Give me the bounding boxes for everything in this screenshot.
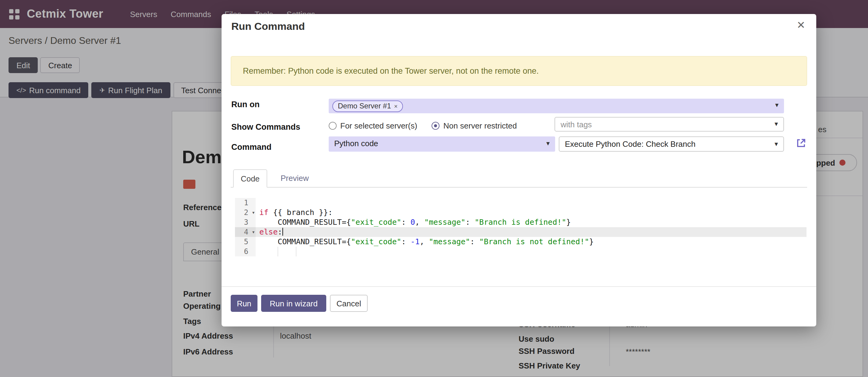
radio-selected-servers-label[interactable]: For selected server(s) <box>340 121 417 130</box>
show-commands-label: Show Commands <box>231 122 300 132</box>
code-line[interactable]: 5 COMMAND_RESULT={"exit_code": -1, "mess… <box>235 237 807 246</box>
server-tag[interactable]: Demo Server #1 × <box>332 100 403 112</box>
python-warning-alert: Remember: Python code is executed on the… <box>231 56 807 86</box>
code-text <box>256 246 807 256</box>
tab-code[interactable]: Code <box>233 169 267 187</box>
code-line[interactable]: 4▾else: <box>235 227 807 237</box>
line-number: 3 <box>235 218 256 227</box>
cancel-button[interactable]: Cancel <box>330 295 368 312</box>
line-number: 6 <box>235 246 256 256</box>
indent-guide <box>296 246 297 256</box>
command-label: Command <box>231 143 272 152</box>
external-link-icon[interactable] <box>796 138 807 149</box>
code-line[interactable]: 1 <box>235 198 807 208</box>
radio-non-restricted[interactable] <box>432 122 440 130</box>
line-number: 2▾ <box>235 208 256 218</box>
code-text: else: <box>256 227 807 237</box>
run-in-wizard-button[interactable]: Run in wizard <box>261 295 326 312</box>
code-lines: 12▾if {{ branch }}:3 COMMAND_RESULT={"ex… <box>235 198 807 256</box>
text-cursor <box>282 228 283 236</box>
tabbar-divider <box>231 187 807 187</box>
line-number: 4▾ <box>235 227 256 237</box>
run-button[interactable]: Run <box>231 295 257 312</box>
run-on-label: Run on <box>231 100 259 109</box>
command-type-select[interactable]: Python code ▾ <box>329 137 555 152</box>
code-text: if {{ branch }}: <box>256 208 807 218</box>
code-line[interactable]: 6 <box>235 246 807 256</box>
line-number: 1 <box>235 198 256 208</box>
code-line[interactable]: 2▾if {{ branch }}: <box>235 208 807 218</box>
chevron-down-icon[interactable]: ▾ <box>775 120 778 128</box>
screen: Cetmix Tower Servers Commands Files Tool… <box>0 0 868 377</box>
code-text: COMMAND_RESULT={"exit_code": 0, "message… <box>256 218 807 227</box>
radio-non-restricted-label[interactable]: Non server restricted <box>443 121 517 130</box>
chevron-down-icon[interactable]: ▾ <box>775 101 778 109</box>
tab-preview[interactable]: Preview <box>281 174 309 183</box>
indent-guide <box>278 246 278 256</box>
line-number: 5 <box>235 237 256 246</box>
fold-icon[interactable]: ▾ <box>252 208 255 218</box>
code-line[interactable]: 3 COMMAND_RESULT={"exit_code": 0, "messa… <box>235 218 807 227</box>
tags-filter-field[interactable]: with tags ▾ <box>555 117 784 132</box>
code-text <box>256 198 807 208</box>
remove-tag-icon[interactable]: × <box>394 103 398 109</box>
app-window: Cetmix Tower Servers Commands Files Tool… <box>0 0 868 377</box>
close-icon[interactable]: ✕ <box>797 19 806 32</box>
code-text: COMMAND_RESULT={"exit_code": -1, "messag… <box>256 237 807 246</box>
chevron-down-icon[interactable]: ▾ <box>546 140 550 147</box>
radio-selected-servers[interactable] <box>329 122 337 130</box>
dialog-title: Run Command <box>231 21 305 33</box>
command-select[interactable]: Execute Python Code: Check Branch ▾ <box>559 137 784 152</box>
code-editor[interactable]: 12▾if {{ branch }}:3 COMMAND_RESULT={"ex… <box>235 198 807 256</box>
fold-icon[interactable]: ▾ <box>252 227 255 237</box>
footer-divider <box>222 286 816 287</box>
run-command-dialog: Run Command ✕ Remember: Python code is e… <box>222 14 816 326</box>
chevron-down-icon[interactable]: ▾ <box>775 140 778 148</box>
run-on-field[interactable]: Demo Server #1 × ▾ <box>329 99 784 113</box>
